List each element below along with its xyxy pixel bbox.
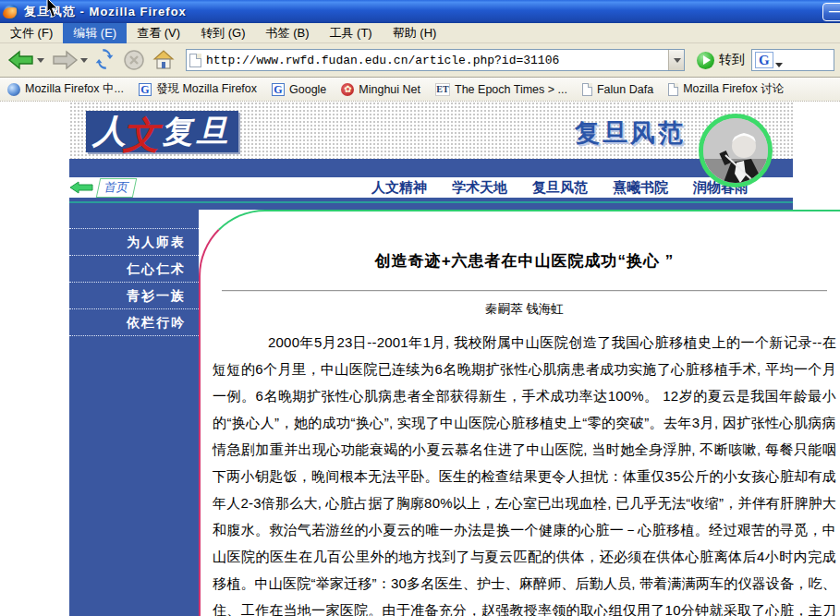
menu-help[interactable]: 帮助 (H) [383, 23, 447, 43]
bookmark-label: Minghui Net [359, 83, 420, 96]
chevron-down-icon [674, 58, 681, 63]
globe-icon [7, 83, 20, 96]
back-dropdown-icon[interactable] [37, 58, 44, 63]
site-banner: 人 文 复旦 复旦风范 首页 人文精神 学术天地 复旦风范 [69, 102, 793, 210]
bookmark-label: Google [289, 83, 326, 96]
article-authors: 秦嗣萃 钱海虹 [213, 301, 836, 318]
bookmark-falun-dafa[interactable]: Falun Dafa [582, 83, 653, 96]
page-icon [668, 83, 678, 96]
logo-char: 人 [93, 109, 127, 154]
home-link[interactable]: 首页 [69, 178, 135, 198]
home-icon [152, 49, 176, 71]
sidebar: 为人师表 仁心仁术 青衫一族 依栏行吟 [69, 210, 199, 616]
home-arrow-icon [69, 181, 93, 194]
bookmark-google[interactable]: G Google [272, 83, 326, 96]
site-logo[interactable]: 人 文 复旦 [86, 111, 238, 152]
nav-item-fudan-fengfan[interactable]: 复旦风范 [532, 179, 588, 197]
back-button[interactable] [6, 46, 46, 74]
bookmark-discover-firefox[interactable]: G 發現 Mozilla Firefox [139, 81, 257, 97]
reload-button[interactable] [92, 46, 118, 74]
site-nav-links: 人文精神 学术天地 复旦风范 熹曦书院 润物春雨 [371, 179, 749, 197]
bookmark-label: 發現 Mozilla Firefox [156, 81, 257, 97]
article-area: 创造奇迹+六患者在中山医院成功“换心 ” 秦嗣萃 钱海虹 2000年5月23日-… [199, 210, 840, 616]
article-body: 2000年5月23日--2001年1月, 我校附属中山医院创造了我国心脏移植史上… [213, 329, 836, 616]
forward-dropdown-icon[interactable] [80, 58, 88, 63]
logo-char: 复旦 [162, 111, 232, 153]
home-label: 首页 [96, 178, 137, 198]
back-arrow-icon [7, 50, 35, 70]
stop-icon [123, 49, 145, 71]
nav-item-xueshu-tiandi[interactable]: 学术天地 [452, 179, 507, 197]
sidebar-item-qingshan-yizu[interactable]: 青衫一族 [69, 282, 199, 308]
bookmark-mozilla-firefox-cn[interactable]: Mozilla Firefox 中... [7, 81, 124, 97]
bookmark-firefox-forum[interactable]: Mozilla Firefox 讨论 [668, 81, 784, 97]
menu-bar: 文件 (F) 编辑 (E) 查看 (V) 转到 (G) 书签 (B) 工具 (T… [0, 23, 840, 43]
banner-teal-band [69, 198, 793, 210]
epoch-times-icon: ET [435, 83, 450, 96]
google-logo-icon: G [755, 52, 773, 68]
page-favicon [189, 54, 201, 67]
title-bar: 复旦风范 - Mozilla Firefox — [0, 0, 840, 23]
go-label: 转到 [719, 52, 745, 68]
go-button[interactable]: 转到 [693, 52, 749, 69]
page-icon [582, 83, 592, 96]
google-icon: G [272, 83, 285, 96]
bookmarks-toolbar: Mozilla Firefox 中... G 發現 Mozilla Firefo… [0, 78, 840, 102]
mouse-cursor-icon [45, 0, 60, 18]
url-input[interactable] [201, 54, 668, 67]
menu-view[interactable]: 查看 (V) [127, 23, 190, 43]
nav-item-xixi-shuyuan[interactable]: 熹曦书院 [613, 179, 668, 197]
go-icon [697, 52, 714, 69]
search-engine-dropdown-icon[interactable] [775, 63, 783, 67]
google-search-box[interactable]: G [751, 49, 834, 71]
sidebar-divider [69, 335, 199, 336]
minimize-button[interactable]: — [822, 3, 840, 21]
nav-item-renwen-jingshen[interactable]: 人文精神 [371, 179, 427, 197]
sidebar-item-weiren-shibiao[interactable]: 为人师表 [69, 228, 199, 255]
minghui-icon: ✿ [341, 83, 354, 96]
professor-photo [699, 114, 773, 187]
banner-blue-band [69, 159, 793, 177]
bookmark-label: Mozilla Firefox 中... [25, 81, 124, 97]
page-viewport: 人 文 复旦 复旦风范 首页 人文精神 学术天地 复旦风范 [0, 102, 840, 616]
content-row: 为人师表 仁心仁术 青衫一族 依栏行吟 创造奇迹+六患者在中山医院成功“换心 ”… [69, 210, 840, 616]
menu-bookmarks[interactable]: 书签 (B) [256, 23, 320, 43]
browser-window: 复旦风范 - Mozilla Firefox — 文件 (F) 编辑 (E) 查… [0, 0, 840, 616]
menu-go[interactable]: 转到 (G) [190, 23, 255, 43]
url-bar[interactable] [186, 49, 685, 71]
reload-icon [94, 49, 116, 71]
forward-button[interactable] [49, 46, 90, 74]
bookmark-label: Mozilla Firefox 讨论 [683, 81, 784, 97]
title-divider [222, 290, 827, 292]
home-button[interactable] [150, 46, 177, 74]
menu-tools[interactable]: 工具 (T) [319, 23, 382, 43]
section-title: 复旦风范 [575, 116, 686, 150]
navigation-toolbar: 转到 G [0, 43, 840, 78]
firefox-icon [4, 5, 18, 19]
menu-edit[interactable]: 编辑 (E) [63, 23, 127, 43]
stop-button[interactable] [121, 46, 147, 74]
article-title: 创造奇迹+六患者在中山医院成功“换心 ” [213, 250, 836, 272]
search-input[interactable] [785, 54, 831, 67]
menu-file[interactable]: 文件 (F) [0, 23, 63, 43]
bookmark-epoch-times[interactable]: ET The Epoch Times > ... [435, 83, 567, 96]
bookmark-label: Falun Dafa [597, 83, 653, 96]
url-dropdown-button[interactable] [668, 50, 684, 70]
bookmark-label: The Epoch Times > ... [455, 83, 567, 96]
bookmark-minghui-net[interactable]: ✿ Minghui Net [341, 83, 420, 96]
forward-arrow-icon [51, 50, 79, 70]
banner-halftone-background: 人 文 复旦 复旦风范 [69, 102, 793, 159]
sidebar-item-yilan-xingyin[interactable]: 依栏行吟 [69, 308, 199, 335]
logo-char: 文 [123, 110, 160, 161]
sidebar-item-renxin-renshu[interactable]: 仁心仁术 [69, 255, 199, 282]
site-nav-row: 首页 人文精神 学术天地 复旦风范 熹曦书院 润物春雨 [69, 177, 793, 198]
google-icon: G [139, 83, 152, 96]
